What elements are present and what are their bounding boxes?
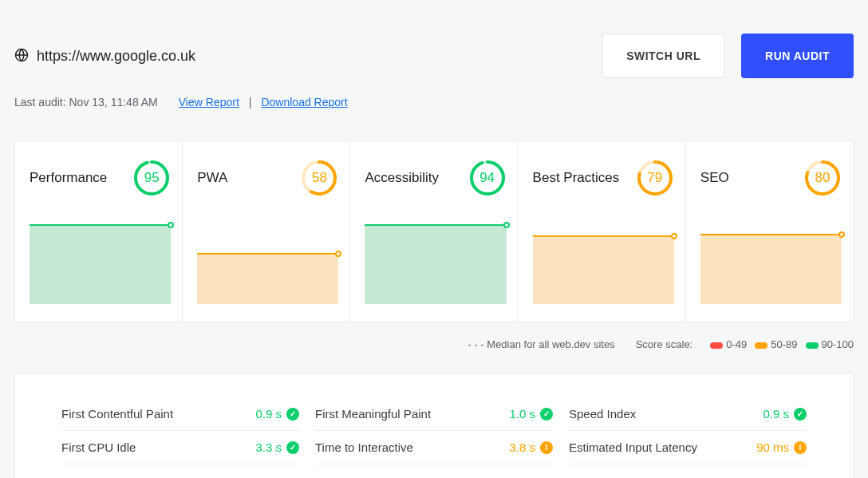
- card-title: Best Practices: [533, 170, 620, 186]
- category-card[interactable]: Accessibility 94: [350, 141, 518, 322]
- check-icon: ✓: [286, 408, 299, 421]
- score-gauge: 58: [300, 159, 338, 197]
- median-legend: - - - Median for all web.dev sites: [468, 338, 614, 350]
- info-icon: i: [794, 441, 807, 454]
- globe-icon: [14, 48, 29, 65]
- score-scale-label: Score scale:: [636, 338, 693, 350]
- check-icon: ✓: [794, 408, 807, 421]
- scale-range: 50-89: [755, 338, 797, 350]
- score-bar-chart: [365, 224, 506, 304]
- category-card[interactable]: Best Practices 79: [519, 141, 686, 322]
- score-bar-chart: [30, 224, 171, 304]
- metric-label: First CPU Idle: [61, 440, 136, 454]
- score-gauge: 94: [468, 159, 507, 197]
- score-bar-chart: [197, 224, 338, 304]
- link-separator: |: [249, 96, 252, 109]
- top-bar: https://www.google.co.uk SWITCH URL RUN …: [14, 14, 854, 78]
- metric-label: First Contentful Paint: [61, 407, 173, 421]
- scale-range-label: 90-100: [822, 338, 854, 350]
- scale-range: 0-49: [710, 338, 747, 350]
- metric-row: Speed Index 0.9 s ✓: [569, 397, 807, 431]
- audited-url: https://www.google.co.uk: [37, 48, 195, 65]
- metric-label: Time to Interactive: [315, 440, 413, 454]
- score-value: 58: [300, 159, 338, 197]
- metric-row: Estimated Input Latency 90 ms i: [569, 431, 807, 464]
- score-gauge: 79: [636, 159, 674, 197]
- switch-url-button[interactable]: SWITCH URL: [602, 34, 725, 78]
- metric-label: First Meaningful Paint: [315, 407, 431, 421]
- score-value: 95: [132, 159, 171, 197]
- category-card[interactable]: PWA 58: [183, 141, 350, 322]
- scale-pill-icon: [710, 342, 723, 349]
- score-gauge: 80: [803, 159, 842, 197]
- info-icon: i: [540, 441, 553, 454]
- metric-value: 3.8 s: [509, 440, 535, 454]
- legend-row: - - - Median for all web.dev sites Score…: [14, 338, 854, 350]
- scale-pill-icon: [806, 342, 819, 349]
- score-value: 79: [636, 159, 674, 197]
- scale-range-label: 0-49: [726, 338, 747, 350]
- check-icon: ✓: [540, 408, 553, 421]
- download-report-link[interactable]: Download Report: [261, 96, 347, 109]
- scale-range: 90-100: [806, 338, 854, 350]
- metric-row: First CPU Idle 3.3 s ✓: [61, 431, 299, 464]
- metric-row: First Contentful Paint 0.9 s ✓: [61, 397, 299, 431]
- metric-label: Estimated Input Latency: [569, 440, 697, 454]
- metrics-panel: First Contentful Paint 0.9 s ✓ First Mea…: [14, 373, 854, 478]
- scale-range-label: 50-89: [771, 338, 797, 350]
- card-title: Accessibility: [365, 170, 439, 186]
- category-card[interactable]: SEO 80: [686, 141, 853, 322]
- card-title: SEO: [700, 170, 729, 186]
- score-scale: Score scale: 0-4950-8990-100: [636, 338, 854, 350]
- scale-pill-icon: [755, 342, 767, 349]
- view-report-link[interactable]: View Report: [179, 96, 239, 109]
- metric-row: Time to Interactive 3.8 s i: [315, 431, 553, 464]
- category-card[interactable]: Performance 95: [15, 141, 183, 322]
- score-gauge: 95: [132, 159, 171, 197]
- score-bar-chart: [700, 224, 842, 304]
- run-audit-button[interactable]: RUN AUDIT: [741, 34, 854, 78]
- metric-label: Speed Index: [569, 407, 636, 421]
- metric-value: 0.9 s: [763, 407, 789, 421]
- metric-value: 90 ms: [756, 440, 789, 454]
- metric-value: 0.9 s: [255, 407, 282, 421]
- metric-row: First Meaningful Paint 1.0 s ✓: [315, 397, 553, 431]
- metric-value: 3.3 s: [255, 440, 282, 454]
- url-display: https://www.google.co.uk: [14, 48, 195, 65]
- category-cards: Performance 95 PWA 58: [14, 140, 854, 322]
- check-icon: ✓: [286, 441, 299, 454]
- score-value: 80: [803, 159, 842, 197]
- metric-value: 1.0 s: [509, 407, 535, 421]
- card-title: PWA: [197, 170, 227, 186]
- score-bar-chart: [533, 224, 674, 304]
- sub-bar: Last audit: Nov 13, 11:48 AM View Report…: [14, 96, 854, 109]
- card-title: Performance: [30, 170, 107, 186]
- score-value: 94: [468, 159, 507, 197]
- last-audit-text: Last audit: Nov 13, 11:48 AM: [14, 96, 158, 109]
